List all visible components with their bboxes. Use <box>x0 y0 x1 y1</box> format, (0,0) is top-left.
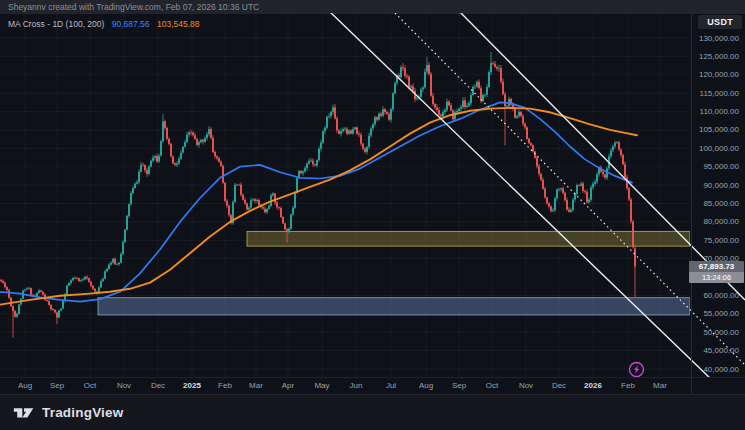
time-axis-month-label: Dec <box>151 381 165 390</box>
candlestick-series <box>0 52 636 338</box>
price-axis-label: 125,000.00 <box>669 52 739 61</box>
time-axis-month-label: Nov <box>117 381 131 390</box>
time-axis-month-label: Apr <box>282 381 294 390</box>
time-axis-month-label: Nov <box>519 381 533 390</box>
price-axis-label: 90,000.00 <box>669 181 739 190</box>
ma100-line <box>0 102 632 301</box>
price-axis-label: 50,000.00 <box>669 328 739 337</box>
demand-zone[interactable] <box>98 298 690 315</box>
price-axis-label: 45,000.00 <box>669 346 739 355</box>
time-axis-month-label: Feb <box>621 381 635 390</box>
price-axis-label: 95,000.00 <box>669 162 739 171</box>
time-axis-month-label: Jun <box>350 381 363 390</box>
time-axis-month-label: Oct <box>84 381 96 390</box>
time-axis-month-label: Mar <box>249 381 263 390</box>
tradingview-brand-text[interactable]: TradingView <box>42 405 123 420</box>
time-axis-month-label: Sep <box>50 381 64 390</box>
ma-slow-value: 103,545.88 <box>157 19 200 29</box>
price-axis-label: 80,000.00 <box>669 217 739 226</box>
footer-bar: TradingView <box>0 394 745 430</box>
time-axis-month-label: Jul <box>386 381 396 390</box>
price-axis-label: 60,000.00 <box>669 291 739 300</box>
bar-countdown: 13:24:06 <box>689 272 744 283</box>
price-axis-label: 55,000.00 <box>669 309 739 318</box>
time-axis-month-label: Aug <box>18 381 32 390</box>
price-axis-label: 130,000.00 <box>669 34 739 43</box>
price-axis-label: 110,000.00 <box>669 107 739 116</box>
time-axis-month-label: Dec <box>552 381 566 390</box>
price-axis-label: 85,000.00 <box>669 199 739 208</box>
time-axis-month-label: Sep <box>452 381 466 390</box>
time-axis-month-label: May <box>314 381 329 390</box>
time-axis-year-label: 2025 <box>183 381 201 390</box>
price-axis-label: 40,000.00 <box>669 365 739 374</box>
indicator-legend[interactable]: MA Cross - 1D (100, 200) 90,687.56 103,5… <box>8 19 200 29</box>
price-chart-canvas[interactable] <box>0 0 745 430</box>
indicator-label: MA Cross - 1D (100, 200) <box>8 19 104 29</box>
time-axis-month-label: Oct <box>486 381 498 390</box>
price-axis-label: 115,000.00 <box>669 89 739 98</box>
time-axis-month-label: Aug <box>419 381 433 390</box>
time-axis-month-label: Feb <box>218 381 232 390</box>
tradingview-logo-icon[interactable] <box>13 404 35 421</box>
time-axis-border <box>0 377 745 378</box>
price-axis-label: 105,000.00 <box>669 125 739 134</box>
time-axis-year-label: 2026 <box>584 381 602 390</box>
ma-fast-value: 90,687.56 <box>112 19 150 29</box>
ma200-line <box>0 108 637 305</box>
time-axis-month-label: Mar <box>653 381 667 390</box>
event-marker-icon[interactable] <box>630 363 644 377</box>
price-axis-label: 120,000.00 <box>669 70 739 79</box>
supply-zone[interactable] <box>247 231 690 246</box>
trendline-left[interactable] <box>328 10 712 380</box>
tradingview-chart-window: Sheyannv created with TradingView.com, F… <box>0 0 745 430</box>
price-axis-label: 75,000.00 <box>669 236 739 245</box>
price-axis-label: 100,000.00 <box>669 144 739 153</box>
currency-unit-badge[interactable]: USDT <box>698 15 742 29</box>
